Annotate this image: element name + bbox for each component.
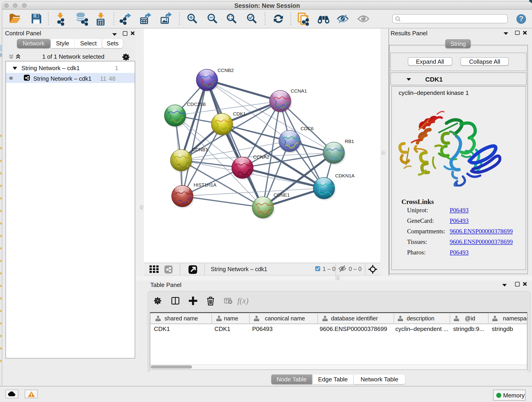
svg-text:1 – 0: 1 – 0 <box>323 266 336 272</box>
svg-text:f(x): f(x) <box>237 296 248 305</box>
svg-text:0 – 0: 0 – 0 <box>349 266 361 272</box>
svg-text:String Network – cdk1: String Network – cdk1 <box>211 266 267 273</box>
